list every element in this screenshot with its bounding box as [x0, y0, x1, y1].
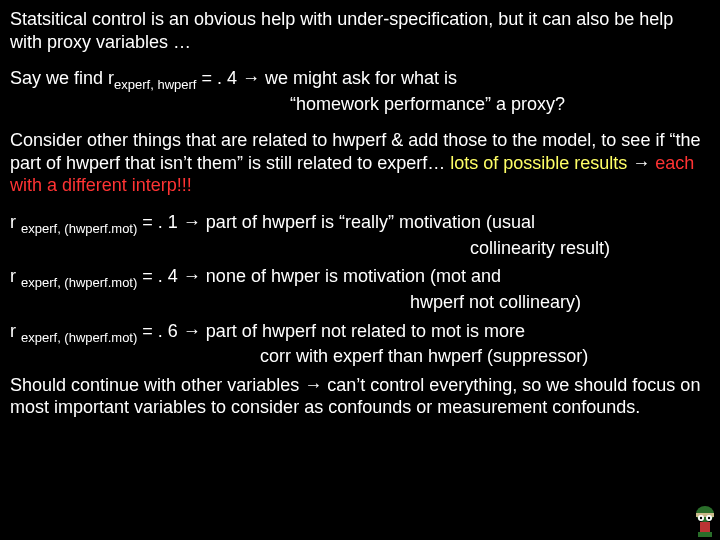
r3-prefix: r — [10, 321, 21, 341]
r2-prefix: r — [10, 266, 21, 286]
r3-sub: experf, (hwperf.mot) — [21, 329, 137, 344]
consider-arrow: → — [627, 153, 655, 173]
intro-text: Statsitical control is an obvious help w… — [10, 9, 673, 52]
r2-sub: experf, (hwperf.mot) — [21, 275, 137, 290]
example-post: = . 4 → we might ask for what is — [196, 68, 457, 88]
example-cont: “homework performance” a proxy? — [10, 93, 710, 116]
example-sub: experf, hwperf — [114, 77, 196, 92]
consider-yellow: lots of possible results — [450, 153, 627, 173]
marvin-icon — [692, 504, 718, 538]
r1-cont: collinearity result) — [10, 237, 710, 260]
r1-text: = . 1 → part of hwperf is “really” motiv… — [137, 212, 535, 232]
conclusion-paragraph: Should continue with other variables → c… — [10, 374, 710, 419]
r2-text: = . 4 → none of hwper is motivation (mot… — [137, 266, 501, 286]
svg-rect-6 — [700, 522, 710, 532]
svg-point-4 — [700, 517, 702, 519]
r3-cont: corr with experf than hwperf (suppressor… — [10, 345, 710, 368]
result-2: r experf, (hwperf.mot) = . 4 → none of h… — [10, 265, 710, 313]
result-3: r experf, (hwperf.mot) = . 6 → part of h… — [10, 320, 710, 368]
result-1: r experf, (hwperf.mot) = . 1 → part of h… — [10, 211, 710, 259]
consider-paragraph: Consider other things that are related t… — [10, 129, 710, 197]
example-pre: Say we find r — [10, 68, 114, 88]
conclusion-text: Should continue with other variables → c… — [10, 375, 700, 418]
example-line: Say we find rexperf, hwperf = . 4 → we m… — [10, 67, 710, 115]
r3-text: = . 6 → part of hwperf not related to mo… — [137, 321, 525, 341]
svg-point-5 — [708, 517, 710, 519]
r1-sub: experf, (hwperf.mot) — [21, 220, 137, 235]
r1-prefix: r — [10, 212, 21, 232]
intro-paragraph: Statsitical control is an obvious help w… — [10, 8, 710, 53]
svg-rect-7 — [698, 532, 712, 537]
r2-cont: hwperf not collineary) — [10, 291, 710, 314]
